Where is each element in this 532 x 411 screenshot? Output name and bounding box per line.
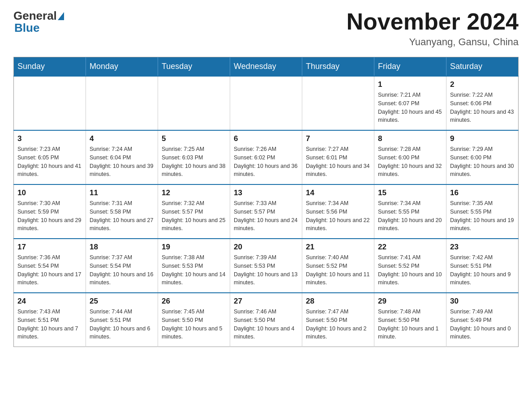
day-info: Sunrise: 7:23 AMSunset: 6:05 PMDaylight:… — [17, 145, 82, 179]
logo-blue-text: Blue — [14, 21, 39, 35]
day-info: Sunrise: 7:28 AMSunset: 6:00 PMDaylight:… — [378, 145, 442, 179]
day-number: 26 — [162, 297, 226, 306]
day-info: Sunrise: 7:46 AMSunset: 5:50 PMDaylight:… — [234, 308, 298, 341]
logo: General Blue — [13, 9, 64, 35]
day-info: Sunrise: 7:33 AMSunset: 5:57 PMDaylight:… — [234, 199, 298, 233]
calendar-cell: 8Sunrise: 7:28 AMSunset: 6:00 PMDaylight… — [374, 130, 446, 184]
day-number: 2 — [450, 80, 515, 89]
calendar-header: SundayMondayTuesdayWednesdayThursdayFrid… — [14, 57, 519, 77]
day-info: Sunrise: 7:26 AMSunset: 6:02 PMDaylight:… — [234, 145, 298, 179]
day-info: Sunrise: 7:34 AMSunset: 5:55 PMDaylight:… — [378, 199, 442, 233]
calendar-cell: 6Sunrise: 7:26 AMSunset: 6:02 PMDaylight… — [230, 130, 302, 184]
day-info: Sunrise: 7:35 AMSunset: 5:55 PMDaylight:… — [450, 199, 515, 233]
day-info: Sunrise: 7:29 AMSunset: 6:00 PMDaylight:… — [450, 145, 515, 179]
calendar-cell: 13Sunrise: 7:33 AMSunset: 5:57 PMDayligh… — [230, 184, 302, 239]
calendar-week-4: 24Sunrise: 7:43 AMSunset: 5:51 PMDayligh… — [14, 293, 519, 347]
day-number: 17 — [17, 243, 82, 252]
weekday-row: SundayMondayTuesdayWednesdayThursdayFrid… — [14, 57, 519, 77]
day-info: Sunrise: 7:32 AMSunset: 5:57 PMDaylight:… — [162, 199, 226, 233]
calendar-cell — [302, 76, 374, 130]
day-number: 8 — [378, 134, 442, 143]
day-info: Sunrise: 7:27 AMSunset: 6:01 PMDaylight:… — [306, 145, 370, 179]
calendar-week-2: 10Sunrise: 7:30 AMSunset: 5:59 PMDayligh… — [14, 184, 519, 239]
calendar-cell: 16Sunrise: 7:35 AMSunset: 5:55 PMDayligh… — [446, 184, 519, 239]
day-number: 9 — [450, 134, 515, 143]
calendar-cell: 1Sunrise: 7:21 AMSunset: 6:07 PMDaylight… — [374, 76, 446, 130]
calendar-cell: 26Sunrise: 7:45 AMSunset: 5:50 PMDayligh… — [158, 293, 230, 347]
calendar-week-1: 3Sunrise: 7:23 AMSunset: 6:05 PMDaylight… — [14, 130, 519, 184]
month-title: November 2024 — [347, 9, 519, 34]
day-number: 4 — [90, 134, 154, 143]
calendar-cell — [86, 76, 158, 130]
calendar-week-0: 1Sunrise: 7:21 AMSunset: 6:07 PMDaylight… — [14, 76, 519, 130]
calendar-cell: 10Sunrise: 7:30 AMSunset: 5:59 PMDayligh… — [14, 184, 86, 239]
weekday-header-saturday: Saturday — [446, 57, 519, 77]
weekday-header-friday: Friday — [374, 57, 446, 77]
logo-triangle-icon — [58, 12, 64, 20]
calendar-cell: 19Sunrise: 7:38 AMSunset: 5:53 PMDayligh… — [158, 239, 230, 293]
day-info: Sunrise: 7:48 AMSunset: 5:50 PMDaylight:… — [378, 308, 442, 341]
calendar-cell — [230, 76, 302, 130]
day-info: Sunrise: 7:44 AMSunset: 5:51 PMDaylight:… — [90, 308, 154, 341]
day-number: 25 — [90, 297, 154, 306]
day-number: 16 — [450, 188, 515, 197]
calendar-cell: 23Sunrise: 7:42 AMSunset: 5:51 PMDayligh… — [446, 239, 519, 293]
calendar-cell: 3Sunrise: 7:23 AMSunset: 6:05 PMDaylight… — [14, 130, 86, 184]
weekday-header-monday: Monday — [86, 57, 158, 77]
calendar-cell: 24Sunrise: 7:43 AMSunset: 5:51 PMDayligh… — [14, 293, 86, 347]
calendar-cell: 9Sunrise: 7:29 AMSunset: 6:00 PMDaylight… — [446, 130, 519, 184]
day-info: Sunrise: 7:21 AMSunset: 6:07 PMDaylight:… — [378, 91, 442, 124]
calendar-cell: 18Sunrise: 7:37 AMSunset: 5:54 PMDayligh… — [86, 239, 158, 293]
weekday-header-wednesday: Wednesday — [230, 57, 302, 77]
day-info: Sunrise: 7:24 AMSunset: 6:04 PMDaylight:… — [90, 145, 154, 179]
day-number: 28 — [306, 297, 370, 306]
day-number: 10 — [17, 188, 82, 197]
day-number: 23 — [450, 243, 515, 252]
day-number: 18 — [90, 243, 154, 252]
calendar-cell: 30Sunrise: 7:49 AMSunset: 5:49 PMDayligh… — [446, 293, 519, 347]
calendar-cell: 11Sunrise: 7:31 AMSunset: 5:58 PMDayligh… — [86, 184, 158, 239]
day-info: Sunrise: 7:22 AMSunset: 6:06 PMDaylight:… — [450, 91, 515, 124]
day-info: Sunrise: 7:34 AMSunset: 5:56 PMDaylight:… — [306, 199, 370, 233]
calendar-body: 1Sunrise: 7:21 AMSunset: 6:07 PMDaylight… — [14, 76, 519, 347]
day-number: 7 — [306, 134, 370, 143]
day-number: 19 — [162, 243, 226, 252]
day-info: Sunrise: 7:38 AMSunset: 5:53 PMDaylight:… — [162, 253, 226, 287]
page-header: General Blue November 2024 Yuanyang, Gan… — [13, 9, 519, 48]
day-info: Sunrise: 7:39 AMSunset: 5:53 PMDaylight:… — [234, 253, 298, 287]
weekday-header-tuesday: Tuesday — [158, 57, 230, 77]
day-number: 29 — [378, 297, 442, 306]
day-number: 15 — [378, 188, 442, 197]
calendar-cell: 15Sunrise: 7:34 AMSunset: 5:55 PMDayligh… — [374, 184, 446, 239]
calendar-cell: 28Sunrise: 7:47 AMSunset: 5:50 PMDayligh… — [302, 293, 374, 347]
title-section: November 2024 Yuanyang, Gansu, China — [347, 9, 519, 48]
day-number: 6 — [234, 134, 298, 143]
calendar-cell: 7Sunrise: 7:27 AMSunset: 6:01 PMDaylight… — [302, 130, 374, 184]
calendar-cell: 27Sunrise: 7:46 AMSunset: 5:50 PMDayligh… — [230, 293, 302, 347]
day-number: 14 — [306, 188, 370, 197]
day-number: 3 — [17, 134, 82, 143]
calendar-table: SundayMondayTuesdayWednesdayThursdayFrid… — [13, 57, 519, 347]
weekday-header-thursday: Thursday — [302, 57, 374, 77]
day-info: Sunrise: 7:40 AMSunset: 5:52 PMDaylight:… — [306, 253, 370, 287]
day-info: Sunrise: 7:37 AMSunset: 5:54 PMDaylight:… — [90, 253, 154, 287]
day-info: Sunrise: 7:31 AMSunset: 5:58 PMDaylight:… — [90, 199, 154, 233]
calendar-cell: 12Sunrise: 7:32 AMSunset: 5:57 PMDayligh… — [158, 184, 230, 239]
calendar-cell — [14, 76, 86, 130]
calendar-week-3: 17Sunrise: 7:36 AMSunset: 5:54 PMDayligh… — [14, 239, 519, 293]
calendar-cell: 4Sunrise: 7:24 AMSunset: 6:04 PMDaylight… — [86, 130, 158, 184]
day-number: 30 — [450, 297, 515, 306]
weekday-header-sunday: Sunday — [14, 57, 86, 77]
day-info: Sunrise: 7:36 AMSunset: 5:54 PMDaylight:… — [17, 253, 82, 287]
day-number: 27 — [234, 297, 298, 306]
day-number: 5 — [162, 134, 226, 143]
calendar-cell: 5Sunrise: 7:25 AMSunset: 6:03 PMDaylight… — [158, 130, 230, 184]
location-title: Yuanyang, Gansu, China — [347, 36, 519, 48]
day-info: Sunrise: 7:30 AMSunset: 5:59 PMDaylight:… — [17, 199, 82, 233]
calendar-cell: 25Sunrise: 7:44 AMSunset: 5:51 PMDayligh… — [86, 293, 158, 347]
day-info: Sunrise: 7:47 AMSunset: 5:50 PMDaylight:… — [306, 308, 370, 341]
day-info: Sunrise: 7:49 AMSunset: 5:49 PMDaylight:… — [450, 308, 515, 341]
day-info: Sunrise: 7:43 AMSunset: 5:51 PMDaylight:… — [17, 308, 82, 341]
day-number: 1 — [378, 80, 442, 89]
day-number: 13 — [234, 188, 298, 197]
